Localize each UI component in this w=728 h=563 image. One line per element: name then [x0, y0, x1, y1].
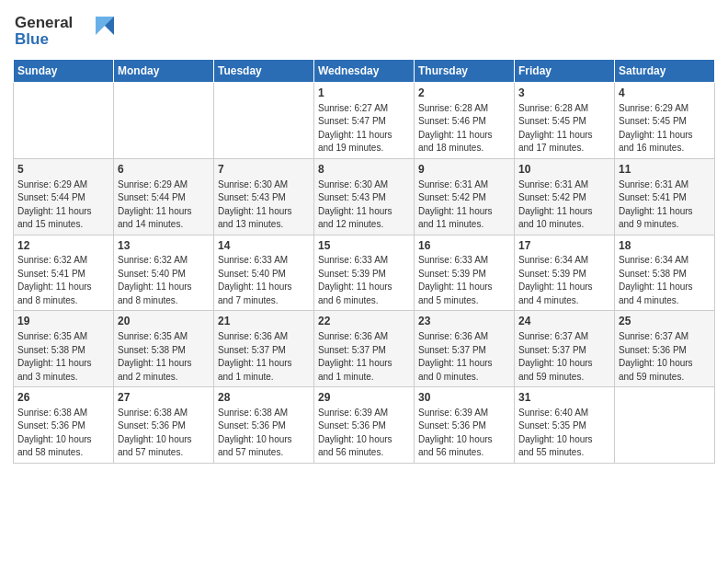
- calendar-cell: 5Sunrise: 6:29 AMSunset: 5:44 PMDaylight…: [14, 158, 114, 235]
- day-number: 13: [118, 238, 210, 254]
- day-number: 9: [418, 162, 510, 178]
- calendar-cell: 21Sunrise: 6:36 AMSunset: 5:37 PMDayligh…: [214, 311, 314, 387]
- day-info: Sunrise: 6:29 AMSunset: 5:44 PMDaylight:…: [17, 178, 109, 232]
- day-header-tuesday: Tuesday: [214, 60, 314, 83]
- day-header-saturday: Saturday: [615, 60, 715, 83]
- calendar-cell: 2Sunrise: 6:28 AMSunset: 5:46 PMDaylight…: [415, 83, 515, 159]
- calendar-cell: 13Sunrise: 6:32 AMSunset: 5:40 PMDayligh…: [114, 235, 214, 311]
- calendar-cell: 23Sunrise: 6:36 AMSunset: 5:37 PMDayligh…: [415, 311, 515, 387]
- week-row-3: 12Sunrise: 6:32 AMSunset: 5:41 PMDayligh…: [14, 235, 715, 311]
- calendar-cell: 20Sunrise: 6:35 AMSunset: 5:38 PMDayligh…: [114, 311, 214, 387]
- day-info: Sunrise: 6:31 AMSunset: 5:41 PMDaylight:…: [619, 178, 711, 232]
- day-info: Sunrise: 6:37 AMSunset: 5:37 PMDaylight:…: [518, 330, 610, 384]
- calendar-cell: 18Sunrise: 6:34 AMSunset: 5:38 PMDayligh…: [615, 235, 715, 311]
- day-number: 1: [318, 86, 410, 101]
- day-info: Sunrise: 6:33 AMSunset: 5:39 PMDaylight:…: [418, 254, 510, 307]
- calendar-cell: [615, 387, 715, 464]
- day-number: 7: [218, 162, 310, 178]
- day-number: 10: [518, 162, 610, 178]
- day-info: Sunrise: 6:28 AMSunset: 5:46 PMDaylight:…: [418, 102, 510, 155]
- week-row-4: 19Sunrise: 6:35 AMSunset: 5:38 PMDayligh…: [14, 311, 715, 387]
- calendar-cell: 16Sunrise: 6:33 AMSunset: 5:39 PMDayligh…: [415, 235, 515, 311]
- days-header-row: SundayMondayTuesdayWednesdayThursdayFrid…: [14, 60, 715, 83]
- day-number: 27: [118, 390, 210, 406]
- day-header-monday: Monday: [114, 60, 214, 83]
- day-number: 26: [17, 390, 109, 406]
- calendar-cell: 31Sunrise: 6:40 AMSunset: 5:35 PMDayligh…: [515, 387, 615, 464]
- day-number: 23: [418, 314, 510, 329]
- day-number: 25: [619, 314, 711, 329]
- week-row-5: 26Sunrise: 6:38 AMSunset: 5:36 PMDayligh…: [14, 387, 715, 464]
- day-number: 18: [619, 238, 711, 254]
- calendar-cell: 3Sunrise: 6:28 AMSunset: 5:45 PMDaylight…: [515, 83, 615, 159]
- calendar-cell: 10Sunrise: 6:31 AMSunset: 5:42 PMDayligh…: [515, 158, 615, 235]
- calendar-cell: 4Sunrise: 6:29 AMSunset: 5:45 PMDaylight…: [615, 83, 715, 159]
- day-number: 21: [218, 314, 310, 329]
- day-number: 16: [418, 238, 510, 254]
- calendar-cell: 11Sunrise: 6:31 AMSunset: 5:41 PMDayligh…: [615, 158, 715, 235]
- calendar-container: General Blue SundayMondayTuesdayWednesda…: [0, 0, 728, 473]
- calendar-cell: 9Sunrise: 6:31 AMSunset: 5:42 PMDaylight…: [415, 158, 515, 235]
- day-info: Sunrise: 6:33 AMSunset: 5:40 PMDaylight:…: [218, 254, 310, 307]
- day-info: Sunrise: 6:35 AMSunset: 5:38 PMDaylight:…: [17, 330, 109, 384]
- day-number: 6: [118, 162, 210, 178]
- day-number: 19: [17, 314, 109, 329]
- day-info: Sunrise: 6:34 AMSunset: 5:38 PMDaylight:…: [619, 254, 711, 307]
- calendar-cell: 22Sunrise: 6:36 AMSunset: 5:37 PMDayligh…: [314, 311, 415, 387]
- day-info: Sunrise: 6:38 AMSunset: 5:36 PMDaylight:…: [118, 407, 210, 460]
- day-number: 31: [518, 390, 610, 406]
- week-row-1: 1Sunrise: 6:27 AMSunset: 5:47 PMDaylight…: [14, 83, 715, 159]
- svg-text:Blue: Blue: [15, 30, 49, 48]
- day-number: 3: [518, 86, 610, 101]
- calendar-table: SundayMondayTuesdayWednesdayThursdayFrid…: [13, 59, 715, 464]
- calendar-cell: 27Sunrise: 6:38 AMSunset: 5:36 PMDayligh…: [114, 387, 214, 464]
- day-number: 12: [17, 238, 109, 254]
- day-info: Sunrise: 6:32 AMSunset: 5:41 PMDaylight:…: [17, 254, 109, 307]
- day-info: Sunrise: 6:36 AMSunset: 5:37 PMDaylight:…: [218, 330, 310, 384]
- calendar-cell: 19Sunrise: 6:35 AMSunset: 5:38 PMDayligh…: [14, 311, 114, 387]
- day-header-friday: Friday: [515, 60, 615, 83]
- day-info: Sunrise: 6:40 AMSunset: 5:35 PMDaylight:…: [518, 407, 610, 460]
- calendar-cell: 12Sunrise: 6:32 AMSunset: 5:41 PMDayligh…: [14, 235, 114, 311]
- day-number: 20: [118, 314, 210, 329]
- day-info: Sunrise: 6:29 AMSunset: 5:45 PMDaylight:…: [619, 102, 711, 155]
- day-info: Sunrise: 6:32 AMSunset: 5:40 PMDaylight:…: [118, 254, 210, 307]
- day-info: Sunrise: 6:30 AMSunset: 5:43 PMDaylight:…: [218, 178, 310, 232]
- day-number: 14: [218, 238, 310, 254]
- calendar-cell: 1Sunrise: 6:27 AMSunset: 5:47 PMDaylight…: [314, 83, 415, 159]
- day-info: Sunrise: 6:35 AMSunset: 5:38 PMDaylight:…: [118, 330, 210, 384]
- day-info: Sunrise: 6:36 AMSunset: 5:37 PMDaylight:…: [318, 330, 410, 384]
- day-info: Sunrise: 6:31 AMSunset: 5:42 PMDaylight:…: [418, 178, 510, 232]
- calendar-cell: [114, 83, 214, 159]
- calendar-cell: 7Sunrise: 6:30 AMSunset: 5:43 PMDaylight…: [214, 158, 314, 235]
- day-header-thursday: Thursday: [415, 60, 515, 83]
- day-number: 22: [318, 314, 410, 329]
- day-info: Sunrise: 6:29 AMSunset: 5:44 PMDaylight:…: [118, 178, 210, 232]
- calendar-cell: 24Sunrise: 6:37 AMSunset: 5:37 PMDayligh…: [515, 311, 615, 387]
- day-info: Sunrise: 6:38 AMSunset: 5:36 PMDaylight:…: [218, 407, 310, 460]
- calendar-cell: 29Sunrise: 6:39 AMSunset: 5:36 PMDayligh…: [314, 387, 415, 464]
- calendar-cell: 25Sunrise: 6:37 AMSunset: 5:36 PMDayligh…: [615, 311, 715, 387]
- day-number: 17: [518, 238, 610, 254]
- calendar-cell: 30Sunrise: 6:39 AMSunset: 5:36 PMDayligh…: [415, 387, 515, 464]
- day-number: 28: [218, 390, 310, 406]
- calendar-cell: 8Sunrise: 6:30 AMSunset: 5:43 PMDaylight…: [314, 158, 415, 235]
- svg-text:General: General: [15, 14, 73, 31]
- day-info: Sunrise: 6:39 AMSunset: 5:36 PMDaylight:…: [418, 407, 510, 460]
- day-info: Sunrise: 6:28 AMSunset: 5:45 PMDaylight:…: [518, 102, 610, 155]
- day-info: Sunrise: 6:33 AMSunset: 5:39 PMDaylight:…: [318, 254, 410, 307]
- day-info: Sunrise: 6:30 AMSunset: 5:43 PMDaylight:…: [318, 178, 410, 232]
- logo-text: General Blue: [13, 9, 114, 53]
- day-header-wednesday: Wednesday: [314, 60, 415, 83]
- day-number: 30: [418, 390, 510, 406]
- day-info: Sunrise: 6:39 AMSunset: 5:36 PMDaylight:…: [318, 407, 410, 460]
- calendar-cell: 6Sunrise: 6:29 AMSunset: 5:44 PMDaylight…: [114, 158, 214, 235]
- day-info: Sunrise: 6:38 AMSunset: 5:36 PMDaylight:…: [17, 407, 109, 460]
- day-header-sunday: Sunday: [14, 60, 114, 83]
- calendar-cell: 14Sunrise: 6:33 AMSunset: 5:40 PMDayligh…: [214, 235, 314, 311]
- day-number: 24: [518, 314, 610, 329]
- calendar-cell: 17Sunrise: 6:34 AMSunset: 5:39 PMDayligh…: [515, 235, 615, 311]
- day-number: 2: [418, 86, 510, 101]
- calendar-cell: [14, 83, 114, 159]
- calendar-cell: 26Sunrise: 6:38 AMSunset: 5:36 PMDayligh…: [14, 387, 114, 464]
